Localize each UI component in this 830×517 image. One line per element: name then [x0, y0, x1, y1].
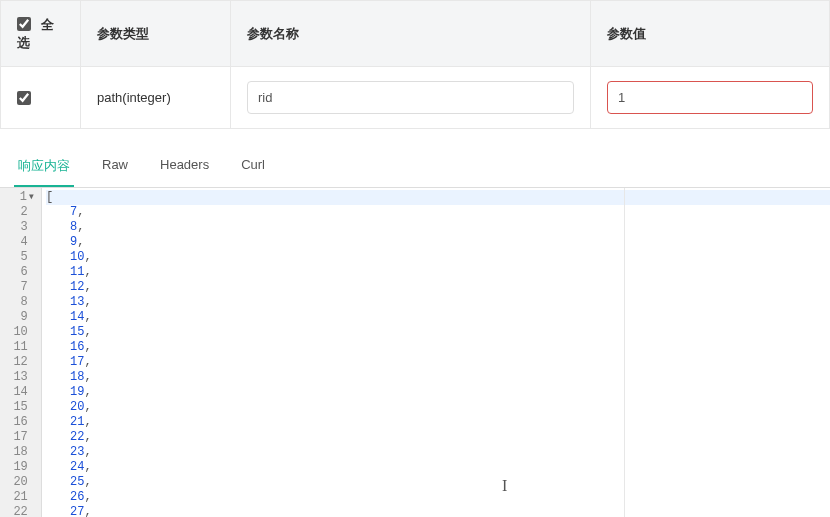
tab-headers[interactable]: Headers [160, 147, 209, 187]
param-value-input[interactable] [607, 81, 813, 114]
param-row: path(integer) [1, 67, 830, 129]
param-name-input[interactable] [247, 81, 574, 114]
code-viewer: 1▾2 3 4 5 6 7 8 9 10 11 12 13 14 15 16 1… [0, 187, 830, 517]
tab-curl[interactable]: Curl [241, 147, 265, 187]
header-select-all[interactable]: 全选 [1, 1, 81, 67]
text-cursor-icon: I [502, 478, 507, 493]
code-gutter: 1▾2 3 4 5 6 7 8 9 10 11 12 13 14 15 16 1… [0, 188, 42, 517]
parameters-table: 全选 参数类型 参数名称 参数值 path(integer) [0, 0, 830, 129]
param-type-cell: path(integer) [81, 67, 231, 129]
tab-response[interactable]: 响应内容 [18, 147, 70, 187]
header-param-value: 参数值 [591, 1, 830, 67]
select-all-checkbox[interactable] [17, 17, 31, 31]
header-param-type: 参数类型 [81, 1, 231, 67]
response-tabs: 响应内容 Raw Headers Curl [0, 147, 830, 187]
code-content[interactable]: [7,8,9,10,11,12,13,14,15,16,17,18,19,20,… [42, 188, 830, 517]
row-checkbox[interactable] [17, 91, 31, 105]
header-param-name: 参数名称 [231, 1, 591, 67]
tab-raw[interactable]: Raw [102, 147, 128, 187]
panel-divider [624, 188, 625, 517]
